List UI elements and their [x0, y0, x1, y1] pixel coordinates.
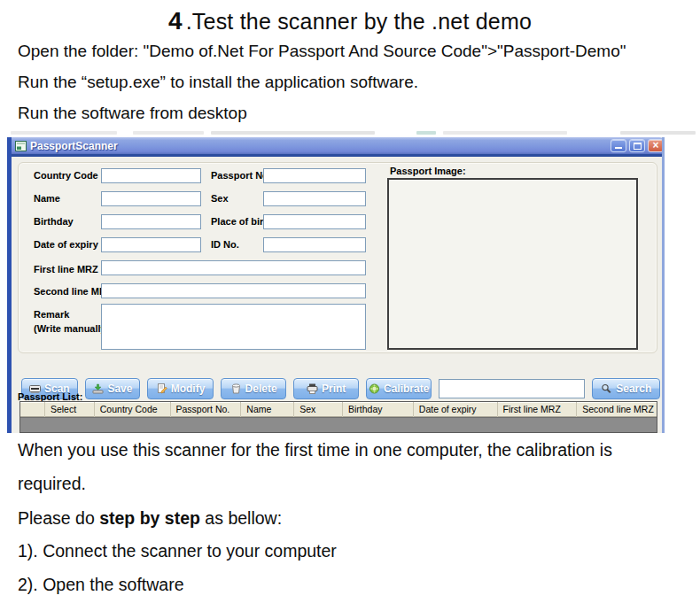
maximize-button[interactable] — [629, 139, 645, 152]
remark-textarea[interactable] — [101, 304, 366, 350]
first-mrz-input[interactable] — [101, 260, 366, 275]
section-number: 4 — [168, 7, 183, 35]
delete-icon — [230, 383, 242, 394]
id-no-input[interactable] — [263, 237, 366, 252]
passport-list-table: Select Country Code Passport No. Name Se… — [19, 401, 657, 433]
column-header-select[interactable]: Select — [45, 402, 95, 417]
close-button[interactable]: × — [648, 139, 664, 152]
step-line: 1). Connect the scanner to your computer — [18, 540, 337, 562]
search-button[interactable]: Search — [592, 378, 660, 399]
save-icon — [92, 383, 104, 394]
note-line: When you use this scanner for the first … — [18, 439, 612, 461]
manual-page: 4.Test the scanner by the .net demo Open… — [0, 0, 700, 611]
passport-image-label: Passport Image: — [390, 166, 466, 176]
page-title: 4.Test the scanner by the .net demo — [0, 7, 700, 35]
remark-label: Remark — [34, 309, 69, 320]
section-title: .Test the scanner by the .net demo — [186, 9, 532, 34]
column-header-country-code[interactable]: Country Code — [95, 402, 171, 417]
save-button[interactable]: Save — [85, 378, 141, 399]
search-input[interactable] — [439, 379, 585, 398]
instruction-line: Open the folder: "Demo of.Net For Passpo… — [18, 41, 626, 62]
birthday-input[interactable] — [101, 214, 201, 229]
place-of-birth-input[interactable] — [263, 214, 366, 229]
column-header-name[interactable]: Name — [241, 402, 294, 417]
calibrate-button[interactable]: Calibrate — [366, 378, 432, 399]
remark-sublabel: (Write manually) — [34, 323, 109, 334]
date-of-expiry-label: Date of expiry — [34, 239, 98, 250]
column-header-sex[interactable]: Sex — [294, 402, 343, 417]
second-mrz-input[interactable] — [101, 283, 366, 298]
modify-icon — [156, 383, 167, 394]
first-mrz-label: First line MRZ — [34, 264, 98, 275]
window-body: Country Code Name Birthday Date of expir… — [12, 157, 662, 433]
column-header-passport-no[interactable]: Passport No. — [171, 402, 242, 417]
table-header-row: Select Country Code Passport No. Name Se… — [20, 402, 657, 417]
window-titlebar: PassportScanner × — [7, 137, 665, 157]
background-artifact — [0, 130, 700, 135]
delete-button[interactable]: Delete — [221, 378, 287, 399]
window-title: PassportScanner — [30, 140, 608, 152]
country-code-input[interactable] — [101, 168, 201, 183]
country-code-label: Country Code — [34, 170, 98, 181]
note-line: required. — [18, 473, 86, 495]
name-label: Name — [34, 193, 60, 204]
calibrate-icon — [369, 383, 380, 394]
modify-button[interactable]: Modify — [147, 378, 214, 399]
print-icon — [307, 383, 318, 394]
passport-no-input[interactable] — [263, 168, 366, 183]
print-button[interactable]: Print — [293, 378, 359, 399]
name-input[interactable] — [101, 191, 201, 206]
note-line: Please do step by step as bellow: — [18, 507, 282, 530]
instruction-line: Run the “setup.exe” to install the appli… — [18, 72, 418, 93]
step-line: 2). Open the software — [18, 574, 184, 596]
id-no-label: ID No. — [211, 239, 239, 250]
passport-list-empty-body — [20, 417, 657, 433]
date-of-expiry-input[interactable] — [101, 237, 201, 252]
app-icon — [15, 141, 27, 151]
toolbar: Scan Save Modify Delete Print — [21, 378, 660, 399]
sex-label: Sex — [211, 193, 229, 204]
sex-input[interactable] — [263, 191, 366, 206]
column-header-second-mrz[interactable]: Second line MRZ — [577, 402, 657, 417]
search-icon — [601, 383, 612, 394]
column-header-first-mrz[interactable]: First line MRZ — [498, 402, 578, 417]
passport-no-label: Passport No. — [211, 170, 271, 181]
instruction-line: Run the software from desktop — [18, 103, 247, 124]
birthday-label: Birthday — [34, 216, 74, 227]
minimize-button[interactable] — [611, 139, 626, 152]
column-header-selector — [20, 402, 45, 417]
passport-image-box — [387, 178, 638, 350]
column-header-date-of-expiry[interactable]: Date of expiry — [414, 402, 498, 417]
column-header-birthday[interactable]: Birthday — [343, 402, 414, 417]
passport-scanner-window: PassportScanner × Country Code Name Birt… — [7, 137, 665, 433]
